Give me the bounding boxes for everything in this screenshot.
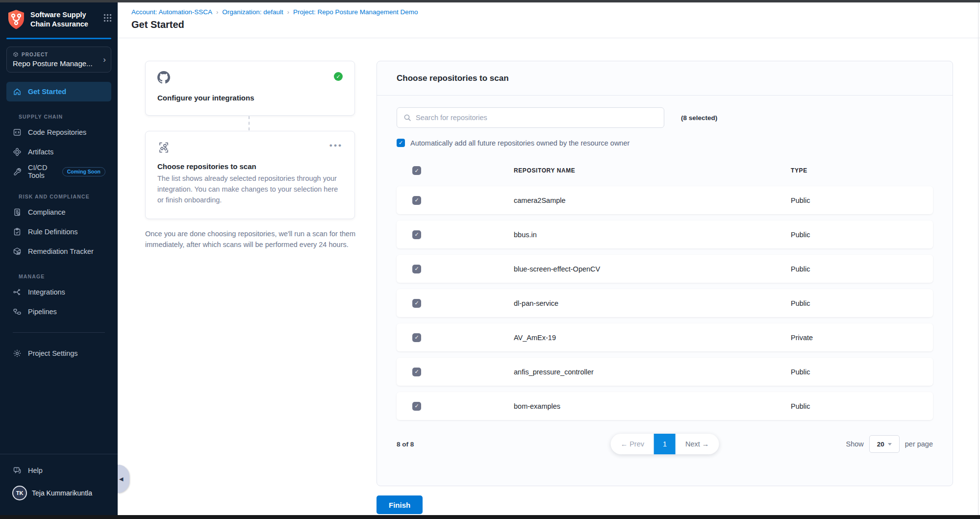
content-area: Account: Automation-SSCA›Organization: d… [118, 2, 980, 515]
sidebar-item-artifacts[interactable]: Artifacts [6, 142, 111, 162]
card-overflow-menu-icon[interactable]: ●●● [329, 142, 343, 148]
remediation-cube-icon [12, 247, 22, 256]
table-header-row: ✓ REPOSITORY NAME TYPE [397, 161, 933, 180]
breadcrumb-project-link[interactable]: Project: Repo Posture Management Demo [293, 8, 418, 16]
help-chat-icon: ? [12, 466, 22, 475]
sidebar-item-cicd-tools[interactable]: CI/CD Tools Coming Soon [6, 162, 111, 181]
help-button[interactable]: ? Help [0, 463, 118, 478]
search-input[interactable] [416, 114, 657, 122]
section-label-supply-chain: SUPPLY CHAIN [19, 114, 105, 120]
row-checkbox[interactable]: ✓ [412, 196, 421, 205]
sidebar-item-label: Integrations [28, 288, 65, 296]
row-checkbox[interactable]: ✓ [412, 402, 421, 411]
per-page-label: per page [905, 440, 933, 448]
scrollbar-track[interactable] [978, 2, 979, 515]
sidebar-item-compliance[interactable]: Compliance [6, 202, 111, 222]
column-header-type: TYPE [791, 167, 933, 174]
section-label-manage: MANAGE [19, 273, 105, 279]
coming-soon-badge: Coming Soon [62, 167, 105, 176]
repo-name: dl-pan-service [514, 299, 791, 307]
sidebar: Software Supply Chain Assurance PROJECT … [0, 2, 118, 515]
sidebar-item-label: Pipelines [28, 308, 57, 316]
pipelines-icon [12, 307, 22, 316]
row-checkbox[interactable]: ✓ [412, 265, 421, 273]
sidebar-item-code-repositories[interactable]: Code Repositories [6, 123, 111, 142]
step-card-integrations: ✓ Configure your integrations [145, 61, 355, 116]
brand-accent-rule [6, 38, 111, 39]
user-menu[interactable]: TK Teja Kummarikuntla [0, 478, 118, 508]
step-description: The list shows already selected reposito… [157, 173, 343, 205]
row-checkbox[interactable]: ✓ [412, 368, 421, 376]
repo-name: blue-screen-effect-OpenCV [514, 265, 791, 273]
collapse-arrow-icon: ◀ [119, 476, 123, 482]
panel-title: Choose repositories to scan [377, 61, 953, 96]
sidebar-item-project-settings[interactable]: Project Settings [6, 344, 111, 363]
repo-type: Public [791, 299, 933, 307]
breadcrumb-separator: › [287, 9, 289, 16]
project-label: PROJECT [22, 52, 48, 57]
scan-note: Once you are done choosing repositories,… [145, 228, 367, 250]
pager-pill: ← Prev 1 Next → [611, 434, 719, 454]
sidebar-item-integrations[interactable]: Integrations [6, 282, 111, 302]
window-frame-top [0, 0, 980, 2]
sidebar-item-label: CI/CD Tools [28, 164, 54, 179]
product-title: Software Supply Chain Assurance [30, 9, 99, 29]
sidebar-item-rule-definitions[interactable]: Rule Definitions [6, 222, 111, 242]
project-name: Repo Posture Manage... [13, 59, 98, 68]
auto-add-label[interactable]: Automatically add all future repositorie… [410, 139, 629, 147]
wrench-icon [12, 167, 22, 176]
column-header-repository-name: REPOSITORY NAME [514, 167, 791, 174]
project-selector[interactable]: PROJECT Repo Posture Manage... › [6, 47, 111, 73]
repo-type: Private [791, 334, 933, 342]
repo-name: bbus.in [514, 231, 791, 239]
sidebar-item-label: Get Started [28, 88, 66, 96]
sidebar-item-label: Project Settings [28, 349, 78, 357]
breadcrumb-org-link[interactable]: Organization: default [222, 8, 283, 16]
breadcrumb-separator: › [216, 9, 218, 16]
current-page-button[interactable]: 1 [654, 434, 676, 454]
app-switcher-grid-icon[interactable] [103, 9, 112, 24]
sidebar-item-label: Artifacts [28, 148, 53, 156]
sidebar-item-label: Rule Definitions [28, 228, 78, 236]
sidebar-item-remediation-tracker[interactable]: Remediation Tracker [6, 242, 111, 261]
row-checkbox[interactable]: ✓ [412, 333, 421, 342]
repo-type: Public [791, 402, 933, 410]
search-row: (8 selected) [397, 107, 933, 128]
app-root: Software Supply Chain Assurance PROJECT … [0, 2, 980, 515]
table-row: ✓ AV_AmEx-19 Private [397, 323, 933, 351]
table-row: ✓ bom-examples Public [397, 392, 933, 420]
show-label: Show [846, 440, 863, 448]
breadcrumb: Account: Automation-SSCA›Organization: d… [131, 8, 980, 16]
compliance-doc-icon [12, 208, 22, 217]
step-card-choose-repos: ●●● Choose repositories to scan The list… [145, 131, 355, 219]
table-row: ✓ anfis_pressure_controller Public [397, 358, 933, 386]
sidebar-item-get-started[interactable]: Get Started [6, 82, 111, 101]
github-icon [157, 71, 170, 86]
prev-page-button[interactable]: ← Prev [611, 440, 654, 448]
project-label-row: PROJECT [13, 51, 98, 57]
step-title: Configure your integrations [157, 94, 343, 102]
search-box [397, 107, 664, 128]
repo-type: Public [791, 265, 933, 273]
next-page-button[interactable]: Next → [676, 440, 719, 448]
row-checkbox[interactable]: ✓ [412, 299, 421, 308]
selected-count: (8 selected) [681, 114, 717, 122]
breadcrumb-account-link[interactable]: Account: Automation-SSCA [131, 8, 212, 16]
finish-button[interactable]: Finish [377, 495, 423, 514]
main-region: ✓ Configure your integrations [118, 38, 980, 515]
auto-add-checkbox[interactable]: ✓ [397, 139, 405, 147]
page-size-select[interactable]: 20 [869, 435, 900, 453]
table-row: ✓ camera2Sample Public [397, 186, 933, 214]
page-size-group: Show 20 per page [846, 435, 933, 453]
row-checkbox[interactable]: ✓ [412, 230, 421, 239]
select-all-checkbox[interactable]: ✓ [412, 166, 421, 175]
sidebar-item-label: Remediation Tracker [28, 247, 94, 255]
table-row: ✓ dl-pan-service Public [397, 289, 933, 317]
search-icon [403, 114, 411, 122]
choose-repositories-icon [157, 141, 170, 156]
stepper-connector [249, 116, 250, 130]
repositories-table: ✓ REPOSITORY NAME TYPE ✓ camera2Sample P… [397, 161, 933, 420]
avatar: TK [12, 486, 27, 500]
gear-icon [12, 349, 22, 358]
sidebar-item-pipelines[interactable]: Pipelines [6, 302, 111, 321]
